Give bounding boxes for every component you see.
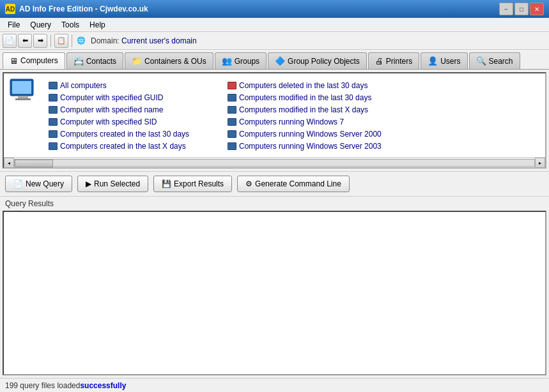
title-bar-left: AD AD Info Free Edition - Cjwdev.co.uk [5, 4, 148, 14]
scroll-track[interactable] [14, 159, 535, 167]
tab-groups[interactable]: 👥 Groups [215, 52, 267, 69]
svg-rect-3 [15, 98, 31, 100]
query-created-30days[interactable]: Computers created in the last 30 days [46, 128, 212, 140]
window-title: AD Info Free Edition - Cjwdev.co.uk [19, 4, 148, 13]
results-label: Query Results [3, 199, 546, 208]
minimize-button[interactable]: − [499, 3, 513, 15]
toolbar-btn-4[interactable]: 📋 [54, 34, 68, 48]
query-specified-sid[interactable]: Computer with specified SID [46, 116, 212, 128]
query-specified-name[interactable]: Computer with specified name [46, 104, 212, 116]
computers-icon [8, 77, 38, 104]
scroll-right-arrow[interactable]: ▸ [535, 158, 545, 168]
gpo-tab-label: Group Policy Objects [288, 57, 360, 66]
query-created-xdays[interactable]: Computers created in the last X days [46, 140, 212, 152]
status-prefix: 199 query files loaded [5, 381, 80, 390]
search-tab-label: Search [489, 57, 513, 66]
contacts-tab-label: Contacts [86, 57, 116, 66]
computer-icon [228, 130, 236, 138]
groups-tab-label: Groups [235, 57, 259, 66]
toolbar-separator-1 [50, 34, 51, 47]
toolbar-domain-icon: 🌐 [75, 36, 87, 45]
computer-icon [228, 142, 236, 150]
svg-rect-2 [18, 96, 28, 98]
tab-users[interactable]: 👤 Users [421, 52, 467, 69]
computer-icon [49, 106, 58, 114]
close-button[interactable]: ✕ [530, 3, 544, 15]
results-area [3, 211, 546, 375]
computer-icon [228, 94, 236, 102]
results-section: Query Results [0, 197, 549, 378]
menu-bar: File Query Tools Help [0, 18, 549, 32]
query-modified-xdays[interactable]: Computers modified in the last X days [225, 104, 391, 116]
export-results-label: Export Results [174, 179, 224, 188]
query-windows7[interactable]: Computers running Windows 7 [225, 116, 391, 128]
query-server2000[interactable]: Computers running Windows Server 2000 [225, 128, 391, 140]
tab-contacts[interactable]: 📇 Contacts [66, 52, 123, 69]
toolbar-btn-2[interactable]: ⬅ [18, 34, 32, 48]
run-selected-icon: ▶ [86, 179, 91, 188]
tab-gpo[interactable]: 🔷 Group Policy Objects [268, 52, 367, 69]
computer-icon [49, 130, 58, 138]
domain-label: Domain: [91, 36, 120, 45]
query-panel: All computers Computer with specified GU… [3, 72, 546, 169]
generate-cmd-button[interactable]: ⚙ Generate Command Line [237, 176, 350, 192]
svg-rect-1 [12, 81, 31, 94]
users-tab-icon: 👤 [428, 56, 438, 66]
tab-bar: 🖥 Computers 📇 Contacts 📁 Containers & OU… [0, 50, 549, 70]
tab-search[interactable]: 🔍 Search [469, 52, 520, 69]
scroll-thumb[interactable] [15, 160, 53, 167]
run-selected-label: Run Selected [94, 179, 140, 188]
scroll-left-arrow[interactable]: ◂ [4, 158, 14, 168]
printers-tab-label: Printers [386, 57, 412, 66]
tab-containers[interactable]: 📁 Containers & OUs [125, 52, 213, 69]
status-suffix: successfully [80, 381, 126, 390]
query-deleted-30days[interactable]: Computers deleted in the last 30 days [225, 80, 391, 91]
title-bar-controls: − □ ✕ [499, 3, 544, 15]
toolbar-btn-3[interactable]: ➡ [33, 34, 47, 48]
computers-tab-icon: 🖥 [10, 56, 18, 66]
query-list-right: Computers deleted in the last 30 days Co… [225, 80, 391, 152]
containers-tab-label: Containers & OUs [144, 57, 206, 66]
menu-query[interactable]: Query [25, 19, 56, 31]
toolbar-btn-1[interactable]: 📄 [3, 34, 17, 48]
menu-tools[interactable]: Tools [56, 19, 84, 31]
printers-tab-icon: 🖨 [375, 56, 383, 66]
menu-help[interactable]: Help [84, 19, 111, 31]
toolbar-domain-text: Domain: Current user's domain [91, 36, 197, 45]
computer-icon [49, 94, 58, 102]
menu-file[interactable]: File [3, 19, 25, 31]
contacts-tab-icon: 📇 [73, 56, 84, 66]
app-icon: AD [5, 4, 15, 14]
query-header: All computers Computer with specified GU… [4, 73, 545, 157]
users-tab-label: Users [440, 57, 460, 66]
new-query-label: New Query [26, 179, 64, 188]
query-specified-guid[interactable]: Computer with specified GUID [46, 92, 212, 103]
groups-tab-icon: 👥 [222, 56, 232, 66]
new-query-button[interactable]: 📄 New Query [5, 176, 72, 192]
toolbar: 📄 ⬅ ➡ 📋 🌐 Domain: Current user's domain [0, 32, 549, 50]
computer-icon [49, 142, 58, 150]
tab-printers[interactable]: 🖨 Printers [368, 52, 419, 69]
toolbar-separator-2 [72, 34, 72, 47]
computer-icon [49, 82, 58, 89]
search-tab-icon: 🔍 [476, 56, 486, 66]
maximize-button[interactable]: □ [514, 3, 529, 15]
run-selected-button[interactable]: ▶ Run Selected [77, 176, 148, 192]
horizontal-scrollbar[interactable]: ◂ ▸ [4, 157, 545, 167]
export-results-button[interactable]: 💾 Export Results [153, 176, 232, 192]
query-list-left: All computers Computer with specified GU… [46, 80, 212, 152]
new-query-icon: 📄 [13, 179, 23, 188]
query-server2003[interactable]: Computers running Windows Server 2003 [225, 140, 391, 152]
domain-value: Current user's domain [121, 36, 197, 45]
computer-icon [49, 118, 58, 126]
computers-tab-label: Computers [20, 56, 58, 65]
query-list: All computers Computer with specified GU… [43, 77, 543, 155]
generate-cmd-label: Generate Command Line [255, 179, 341, 188]
generate-cmd-icon: ⚙ [245, 179, 252, 188]
buttons-row: 📄 New Query ▶ Run Selected 💾 Export Resu… [0, 171, 549, 197]
tab-computers[interactable]: 🖥 Computers [3, 52, 65, 69]
computer-icon [228, 106, 236, 114]
query-all-computers[interactable]: All computers [46, 80, 212, 91]
export-results-icon: 💾 [162, 179, 171, 188]
query-modified-30days[interactable]: Computers modified in the last 30 days [225, 92, 391, 103]
